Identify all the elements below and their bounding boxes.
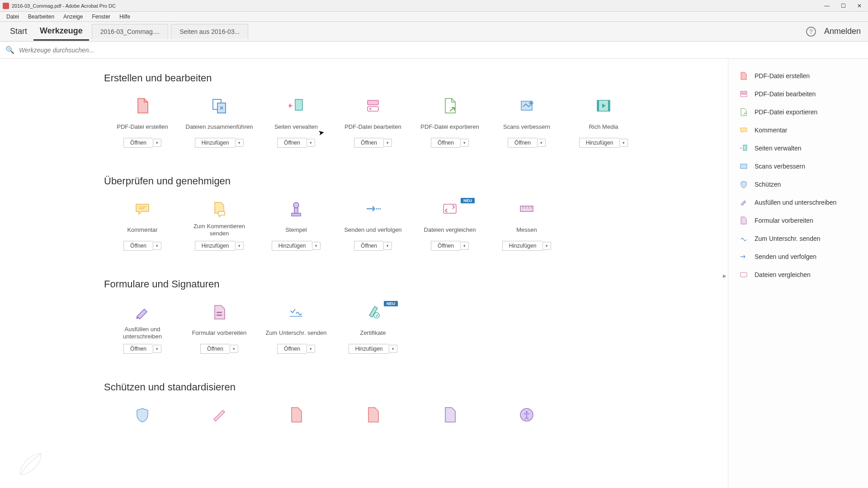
help-icon[interactable]: ? [806,27,816,37]
login-link[interactable]: Anmelden [824,27,861,36]
tool-accessibility[interactable] [488,406,565,428]
open-button[interactable]: Öffnen [508,138,537,148]
add-button[interactable]: Hinzufügen [579,138,620,148]
sidebar-item-comment[interactable]: Kommentar [728,121,868,139]
tool-protect[interactable] [104,406,181,428]
tool-combine-files[interactable]: Dateien zusammenführen Hinzufügen▾ [181,97,258,148]
dropdown-button[interactable]: ▾ [542,242,551,250]
sidebar-item-send-track[interactable]: Senden und verfolgen [728,248,868,266]
tool-edit-pdf[interactable]: PDF-Datei bearbeiten Öffnen▾ [335,97,411,148]
tool-send-for-comment[interactable]: Zum Kommentieren senden Hinzufügen▾ [181,200,258,251]
add-button[interactable]: Hinzufügen [349,344,389,354]
dropdown-button[interactable]: ▾ [383,242,392,250]
tool-standards-1[interactable] [258,406,335,428]
open-button[interactable]: Öffnen [200,344,230,354]
tool-label: Zertifikate [360,325,386,341]
tool-certificates[interactable]: NEU Zertifikate Hinzufügen▾ [335,303,411,354]
dropdown-button[interactable]: ▾ [460,139,469,147]
section-create-title: Erstellen und bearbeiten [104,72,701,84]
dropdown-button[interactable]: ▾ [383,139,392,147]
dropdown-button[interactable]: ▾ [389,345,397,353]
sidebar-item-compare-files[interactable]: Dateien vergleichen [728,266,868,284]
menu-help[interactable]: Hilfe [115,13,135,21]
dropdown-button[interactable]: ▾ [230,345,238,353]
open-button[interactable]: Öffnen [277,344,307,354]
menubar: Datei Bearbeiten Anzeige Fenster Hilfe [0,12,868,22]
dropdown-button[interactable]: ▾ [307,139,315,147]
sidebar-item-send-signature[interactable]: Zum Unterschr. senden [728,230,868,248]
doc-tab-0[interactable]: 2016-03_Commag.... [92,24,169,39]
tool-organize-pages[interactable]: Seiten verwalten Öffnen▾ [258,97,335,148]
sidebar-collapse-icon[interactable]: ▶ [723,273,726,278]
open-button[interactable]: Öffnen [123,138,153,148]
dropdown-button[interactable]: ▾ [619,139,628,147]
enhance-scans-icon [516,97,537,115]
dropdown-button[interactable]: ▾ [153,242,161,250]
sidebar-item-prepare-form[interactable]: Formular vorbereiten [728,211,868,230]
tool-label: Messen [516,222,537,238]
dropdown-button[interactable]: ▾ [235,242,244,250]
doc-tab-1[interactable]: Seiten aus 2016-03... [171,24,248,39]
certificates-icon [363,303,383,321]
section-forms: Formulare und Signaturen Ausfüllen und u… [104,278,701,359]
tool-compare-files[interactable]: NEU Dateien vergleichen Öffnen▾ [411,200,488,251]
tool-export-pdf[interactable]: PDF-Datei exportieren Öffnen▾ [411,97,488,148]
search-input[interactable] [19,47,863,54]
tool-send-signature[interactable]: Zum Unterschr. senden Öffnen▾ [258,303,335,354]
sidebar-item-export-pdf[interactable]: PDF-Datei exportieren [728,103,868,121]
tool-standards-2[interactable] [335,406,411,428]
dropdown-button[interactable]: ▾ [312,242,321,250]
minimize-button[interactable]: — [824,3,830,9]
sidebar-item-create-pdf[interactable]: PDF-Datei erstellen [728,67,868,85]
open-button[interactable]: Öffnen [431,241,460,251]
tool-measure[interactable]: Messen Hinzufügen▾ [488,200,565,251]
measure-icon [516,200,537,218]
close-button[interactable]: ✕ [856,3,863,9]
svg-rect-3 [368,100,378,105]
sidebar-item-enhance-scans[interactable]: Scans verbessern [728,157,868,175]
organize-pages-icon [739,144,748,153]
menu-edit[interactable]: Bearbeiten [24,13,59,21]
dropdown-button[interactable]: ▾ [235,139,244,147]
tool-standards-3[interactable] [411,406,488,428]
dropdown-button[interactable]: ▾ [153,139,161,147]
sidebar-item-protect[interactable]: Schützen [728,175,868,193]
dropdown-button[interactable]: ▾ [153,345,161,353]
menu-window[interactable]: Fenster [87,13,115,21]
sidebar-item-fill-sign[interactable]: Ausfüllen und unterschreiben [728,193,868,211]
tab-tools[interactable]: Werkzeuge [33,23,89,41]
tool-stamp[interactable]: Stempel Hinzufügen▾ [258,200,335,251]
maximize-button[interactable]: ☐ [840,3,846,9]
open-button[interactable]: Öffnen [354,241,383,251]
open-button[interactable]: Öffnen [123,344,153,354]
tool-prepare-form[interactable]: Formular vorbereiten Öffnen▾ [181,303,258,354]
tool-redact[interactable] [181,406,258,428]
add-button[interactable]: Hinzufügen [502,241,543,251]
tool-label: Senden und verfolgen [344,222,401,238]
add-button[interactable]: Hinzufügen [272,241,312,251]
add-button[interactable]: Hinzufügen [195,138,236,148]
dropdown-button[interactable]: ▾ [537,139,546,147]
open-button[interactable]: Öffnen [123,241,153,251]
menu-view[interactable]: Anzeige [59,13,87,21]
sidebar-item-label: PDF-Datei erstellen [755,72,810,80]
tab-start[interactable]: Start [4,23,33,40]
sidebar-item-edit-pdf[interactable]: PDF-Datei bearbeiten [728,85,868,103]
sidebar-item-label: Scans verbessern [755,163,805,170]
sidebar-item-organize-pages[interactable]: Seiten verwalten [728,139,868,157]
tool-enhance-scans[interactable]: Scans verbessern Öffnen▾ [488,97,565,148]
tool-comment[interactable]: Kommentar Öffnen▾ [104,200,181,251]
open-button[interactable]: Öffnen [431,138,460,148]
tool-rich-media[interactable]: Rich Media Hinzufügen▾ [565,97,642,148]
add-button[interactable]: Hinzufügen [195,241,236,251]
tool-label: Dateien zusammenführen [186,119,253,135]
open-button[interactable]: Öffnen [277,138,307,148]
dropdown-button[interactable]: ▾ [307,345,315,353]
open-button[interactable]: Öffnen [354,138,383,148]
tool-send-track[interactable]: Senden und verfolgen Öffnen▾ [335,200,411,251]
menu-file[interactable]: Datei [2,13,24,21]
tool-create-pdf[interactable]: PDF-Datei erstellen Öffnen▾ [104,97,181,148]
dropdown-button[interactable]: ▾ [460,242,469,250]
searchbar: 🔍 [0,42,868,59]
tool-fill-sign[interactable]: Ausfüllen und unterschreiben Öffnen▾ [104,303,181,354]
